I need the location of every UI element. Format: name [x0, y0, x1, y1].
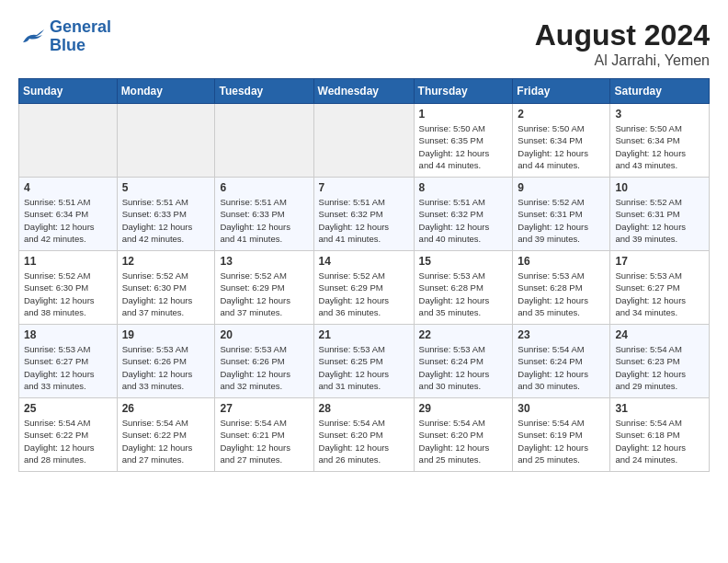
day-info: Sunrise: 5:52 AM Sunset: 6:29 PM Dayligh… — [220, 270, 308, 318]
col-header-friday: Friday — [513, 79, 610, 104]
day-number: 25 — [24, 402, 112, 415]
day-number: 28 — [319, 402, 409, 415]
day-number: 20 — [220, 328, 308, 341]
day-cell-1 — [117, 104, 215, 178]
day-cell-32: 29Sunrise: 5:54 AM Sunset: 6:20 PM Dayli… — [414, 398, 513, 472]
day-number: 27 — [220, 402, 308, 415]
day-cell-34: 31Sunrise: 5:54 AM Sunset: 6:18 PM Dayli… — [610, 398, 710, 472]
day-number: 3 — [615, 108, 704, 121]
day-number: 2 — [518, 108, 605, 121]
day-info: Sunrise: 5:53 AM Sunset: 6:28 PM Dayligh… — [518, 270, 605, 318]
day-cell-11: 8Sunrise: 5:51 AM Sunset: 6:32 PM Daylig… — [414, 178, 513, 251]
day-cell-28: 25Sunrise: 5:54 AM Sunset: 6:22 PM Dayli… — [19, 398, 118, 472]
day-info: Sunrise: 5:53 AM Sunset: 6:27 PM Dayligh… — [615, 270, 704, 318]
day-number: 16 — [518, 255, 605, 268]
day-info: Sunrise: 5:51 AM Sunset: 6:32 PM Dayligh… — [319, 196, 409, 245]
day-cell-5: 2Sunrise: 5:50 AM Sunset: 6:34 PM Daylig… — [513, 104, 610, 178]
day-number: 26 — [122, 402, 210, 415]
day-number: 30 — [518, 402, 605, 415]
day-cell-33: 30Sunrise: 5:54 AM Sunset: 6:19 PM Dayli… — [513, 398, 610, 472]
page-header: General Blue August 2024 Al Jarrahi, Yem… — [18, 18, 710, 69]
col-header-wednesday: Wednesday — [313, 79, 414, 104]
day-info: Sunrise: 5:50 AM Sunset: 6:35 PM Dayligh… — [419, 122, 508, 171]
day-info: Sunrise: 5:51 AM Sunset: 6:34 PM Dayligh… — [24, 196, 112, 245]
logo-icon — [18, 26, 46, 48]
calendar-table: SundayMondayTuesdayWednesdayThursdayFrid… — [18, 78, 710, 472]
day-number: 22 — [419, 328, 508, 341]
day-cell-14: 11Sunrise: 5:52 AM Sunset: 6:30 PM Dayli… — [19, 251, 118, 325]
day-number: 9 — [518, 181, 605, 194]
title-block: August 2024 Al Jarrahi, Yemen — [535, 18, 710, 69]
day-info: Sunrise: 5:53 AM Sunset: 6:28 PM Dayligh… — [419, 270, 508, 318]
day-cell-19: 16Sunrise: 5:53 AM Sunset: 6:28 PM Dayli… — [513, 251, 610, 325]
day-cell-3 — [313, 104, 414, 178]
day-number: 13 — [220, 255, 308, 268]
day-cell-8: 5Sunrise: 5:51 AM Sunset: 6:33 PM Daylig… — [117, 178, 215, 251]
day-info: Sunrise: 5:54 AM Sunset: 6:20 PM Dayligh… — [419, 417, 508, 465]
week-row-2: 4Sunrise: 5:51 AM Sunset: 6:34 PM Daylig… — [19, 178, 710, 251]
week-row-5: 25Sunrise: 5:54 AM Sunset: 6:22 PM Dayli… — [19, 398, 710, 472]
day-number: 17 — [615, 255, 704, 268]
day-info: Sunrise: 5:53 AM Sunset: 6:27 PM Dayligh… — [24, 343, 112, 392]
day-info: Sunrise: 5:53 AM Sunset: 6:25 PM Dayligh… — [319, 343, 409, 392]
day-number: 10 — [615, 181, 704, 194]
day-number: 19 — [122, 328, 210, 341]
day-cell-2 — [215, 104, 313, 178]
day-cell-21: 18Sunrise: 5:53 AM Sunset: 6:27 PM Dayli… — [19, 325, 118, 398]
day-info: Sunrise: 5:51 AM Sunset: 6:33 PM Dayligh… — [122, 196, 210, 245]
day-cell-4: 1Sunrise: 5:50 AM Sunset: 6:35 PM Daylig… — [414, 104, 513, 178]
day-number: 24 — [615, 328, 704, 341]
day-number: 14 — [319, 255, 409, 268]
col-header-tuesday: Tuesday — [215, 79, 313, 104]
day-info: Sunrise: 5:51 AM Sunset: 6:33 PM Dayligh… — [220, 196, 308, 245]
day-number: 15 — [419, 255, 508, 268]
day-number: 8 — [419, 181, 508, 194]
day-info: Sunrise: 5:52 AM Sunset: 6:29 PM Dayligh… — [319, 270, 409, 318]
day-info: Sunrise: 5:51 AM Sunset: 6:32 PM Dayligh… — [419, 196, 508, 245]
day-info: Sunrise: 5:54 AM Sunset: 6:21 PM Dayligh… — [220, 417, 308, 465]
day-number: 11 — [24, 255, 112, 268]
day-cell-15: 12Sunrise: 5:52 AM Sunset: 6:30 PM Dayli… — [117, 251, 215, 325]
day-cell-18: 15Sunrise: 5:53 AM Sunset: 6:28 PM Dayli… — [414, 251, 513, 325]
logo: General Blue — [18, 18, 111, 55]
day-info: Sunrise: 5:52 AM Sunset: 6:31 PM Dayligh… — [615, 196, 704, 245]
day-cell-23: 20Sunrise: 5:53 AM Sunset: 6:26 PM Dayli… — [215, 325, 313, 398]
day-cell-17: 14Sunrise: 5:52 AM Sunset: 6:29 PM Dayli… — [313, 251, 414, 325]
day-cell-27: 24Sunrise: 5:54 AM Sunset: 6:23 PM Dayli… — [610, 325, 710, 398]
day-info: Sunrise: 5:54 AM Sunset: 6:18 PM Dayligh… — [615, 417, 704, 465]
day-info: Sunrise: 5:54 AM Sunset: 6:23 PM Dayligh… — [615, 343, 704, 392]
day-cell-12: 9Sunrise: 5:52 AM Sunset: 6:31 PM Daylig… — [513, 178, 610, 251]
day-info: Sunrise: 5:53 AM Sunset: 6:24 PM Dayligh… — [419, 343, 508, 392]
day-number: 29 — [419, 402, 508, 415]
day-info: Sunrise: 5:53 AM Sunset: 6:26 PM Dayligh… — [220, 343, 308, 392]
logo-text: General Blue — [50, 18, 111, 55]
day-number: 18 — [24, 328, 112, 341]
day-cell-20: 17Sunrise: 5:53 AM Sunset: 6:27 PM Dayli… — [610, 251, 710, 325]
day-info: Sunrise: 5:54 AM Sunset: 6:19 PM Dayligh… — [518, 417, 605, 465]
col-header-saturday: Saturday — [610, 79, 710, 104]
week-row-3: 11Sunrise: 5:52 AM Sunset: 6:30 PM Dayli… — [19, 251, 710, 325]
day-cell-30: 27Sunrise: 5:54 AM Sunset: 6:21 PM Dayli… — [215, 398, 313, 472]
week-row-1: 1Sunrise: 5:50 AM Sunset: 6:35 PM Daylig… — [19, 104, 710, 178]
day-info: Sunrise: 5:52 AM Sunset: 6:31 PM Dayligh… — [518, 196, 605, 245]
day-info: Sunrise: 5:52 AM Sunset: 6:30 PM Dayligh… — [122, 270, 210, 318]
day-info: Sunrise: 5:50 AM Sunset: 6:34 PM Dayligh… — [615, 122, 704, 171]
header-row: SundayMondayTuesdayWednesdayThursdayFrid… — [19, 79, 710, 104]
day-number: 5 — [122, 181, 210, 194]
day-info: Sunrise: 5:54 AM Sunset: 6:22 PM Dayligh… — [24, 417, 112, 465]
day-number: 31 — [615, 402, 704, 415]
day-cell-9: 6Sunrise: 5:51 AM Sunset: 6:33 PM Daylig… — [215, 178, 313, 251]
day-number: 23 — [518, 328, 605, 341]
day-info: Sunrise: 5:52 AM Sunset: 6:30 PM Dayligh… — [24, 270, 112, 318]
day-number: 12 — [122, 255, 210, 268]
col-header-monday: Monday — [117, 79, 215, 104]
day-cell-0 — [19, 104, 118, 178]
day-info: Sunrise: 5:50 AM Sunset: 6:34 PM Dayligh… — [518, 122, 605, 171]
month-year-title: August 2024 — [535, 18, 710, 52]
day-number: 1 — [419, 108, 508, 121]
day-cell-10: 7Sunrise: 5:51 AM Sunset: 6:32 PM Daylig… — [313, 178, 414, 251]
day-cell-25: 22Sunrise: 5:53 AM Sunset: 6:24 PM Dayli… — [414, 325, 513, 398]
day-cell-24: 21Sunrise: 5:53 AM Sunset: 6:25 PM Dayli… — [313, 325, 414, 398]
day-info: Sunrise: 5:54 AM Sunset: 6:20 PM Dayligh… — [319, 417, 409, 465]
day-cell-13: 10Sunrise: 5:52 AM Sunset: 6:31 PM Dayli… — [610, 178, 710, 251]
